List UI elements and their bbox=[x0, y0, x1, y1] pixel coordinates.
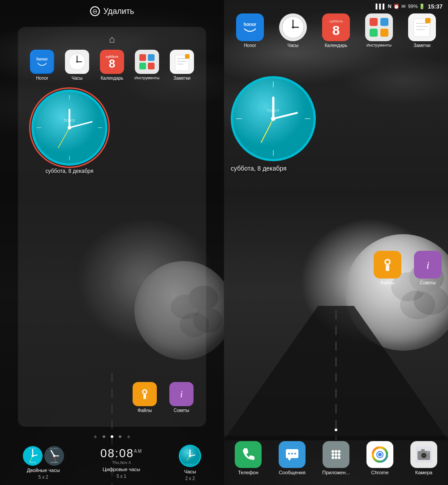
svg-rect-14 bbox=[148, 54, 155, 61]
dot-active[interactable] bbox=[111, 435, 113, 438]
svg-point-69 bbox=[292, 26, 294, 29]
dual-clock-face2: London Thu,Nov 3 bbox=[44, 446, 64, 466]
camera-icon[interactable] bbox=[410, 441, 437, 468]
calendar-icon-right[interactable]: суббота 8 bbox=[322, 13, 350, 41]
apps-icon[interactable] bbox=[323, 441, 349, 468]
tools-label-right: Инструменты bbox=[366, 43, 392, 48]
honor-label-right: Honor bbox=[244, 43, 256, 48]
nav-messages[interactable]: Сообщения bbox=[274, 441, 310, 475]
calendar-icon[interactable]: суббота 8 bbox=[100, 50, 124, 74]
dot-3[interactable] bbox=[119, 435, 121, 438]
nav-phone[interactable]: Телефон bbox=[230, 441, 266, 475]
honor-icon-right[interactable]: honor bbox=[236, 13, 264, 41]
home-symbol-icon: ⌂ bbox=[109, 34, 115, 45]
calendar-label: Календарь bbox=[101, 76, 123, 81]
clock-icon-right[interactable] bbox=[279, 13, 307, 41]
notes-icon-right[interactable] bbox=[408, 13, 436, 41]
nav-apps-drawer[interactable]: Приложен... bbox=[318, 441, 354, 475]
svg-text:honor: honor bbox=[36, 57, 48, 61]
alarm-icon: ⏰ bbox=[393, 4, 400, 9]
svg-point-59 bbox=[189, 455, 191, 457]
svg-point-35 bbox=[143, 391, 146, 393]
app-item-tools[interactable]: Инструменты bbox=[131, 50, 163, 81]
chrome-icon[interactable] bbox=[366, 441, 393, 468]
nav-chrome[interactable]: Chrome bbox=[362, 441, 398, 475]
apps-row-right: honor Honor Часы bbox=[224, 13, 448, 48]
app-item-notes[interactable]: Заметки bbox=[166, 50, 198, 81]
honor-icon[interactable]: honor bbox=[30, 50, 54, 74]
notes-icon[interactable] bbox=[170, 50, 194, 74]
battery-icon-symbol: 🔋 bbox=[419, 4, 425, 9]
widget-clock-ring: honor bbox=[31, 90, 108, 166]
app-item-clock[interactable]: Часы bbox=[61, 50, 93, 81]
svg-point-104 bbox=[332, 450, 334, 453]
right-panel: ▌▌▌ N ⏰ ✉ 99% 🔋 15:37 honor Honor bbox=[224, 0, 448, 485]
svg-text:London: London bbox=[50, 461, 58, 464]
app-item-tools-right[interactable]: Инструменты bbox=[363, 13, 395, 48]
svg-text:Thu,Nov 3: Thu,Nov 3 bbox=[28, 447, 37, 450]
widget-clock-container[interactable]: honor суббота, 8 bbox=[31, 90, 108, 174]
phone-label: Телефон bbox=[238, 470, 258, 475]
dual-clock-widget[interactable]: Beijing Thu,Nov 3 London Thu,Nov 3 Двойн… bbox=[23, 446, 64, 480]
digital-clock-widget[interactable]: 08:08AM Thu,Nov 3 Цифровые часы 5 х 1 bbox=[100, 446, 142, 479]
svg-rect-2 bbox=[31, 51, 53, 73]
digital-time: 08:08AM bbox=[100, 446, 142, 460]
notes-label-right: Заметки bbox=[414, 43, 431, 48]
svg-rect-13 bbox=[139, 54, 146, 61]
apps-label: Приложен... bbox=[322, 470, 349, 475]
messages-icon[interactable] bbox=[279, 441, 306, 468]
svg-text:i: i bbox=[180, 389, 183, 399]
app-item-notes-right[interactable]: Заметки bbox=[406, 13, 438, 48]
phone-icon[interactable] bbox=[235, 441, 262, 468]
delete-button[interactable]: ⊖ Удалить bbox=[90, 6, 134, 16]
home-screen-card[interactable]: ⌂ honor Honor bbox=[18, 27, 206, 427]
tips-app-item[interactable]: i Советы bbox=[166, 382, 197, 413]
add-page-left[interactable]: + bbox=[94, 433, 97, 440]
tips-icon[interactable]: i bbox=[169, 382, 194, 406]
digital-clock-label: Цифровые часы bbox=[103, 467, 140, 472]
clock-icon[interactable] bbox=[65, 50, 89, 74]
dot-1[interactable] bbox=[103, 435, 105, 438]
signal-icon: ▌▌▌ bbox=[375, 4, 386, 9]
svg-point-106 bbox=[338, 450, 340, 453]
add-page-right[interactable]: + bbox=[127, 433, 130, 440]
wifi-n-icon: N bbox=[388, 4, 392, 9]
extra-apps-right: Файлы i Советы bbox=[372, 251, 444, 286]
app-item-calendar[interactable]: суббота 8 Календарь bbox=[96, 50, 128, 81]
clock-label: Часы bbox=[72, 76, 82, 81]
svg-rect-12 bbox=[136, 51, 158, 73]
svg-text:Thu,Nov 3: Thu,Nov 3 bbox=[50, 447, 58, 450]
files-icon-right[interactable] bbox=[374, 251, 401, 279]
tools-icon[interactable] bbox=[135, 50, 159, 74]
tips-right[interactable]: i Советы bbox=[412, 251, 444, 286]
messages-label: Сообщения bbox=[279, 470, 306, 475]
analog-clock-widget[interactable]: honor Thu,Nov 3 Часы 2 х 2 bbox=[179, 445, 201, 481]
app-item-honor[interactable]: honor Honor bbox=[26, 50, 58, 81]
svg-rect-16 bbox=[148, 63, 155, 69]
status-bar-right: ▌▌▌ N ⏰ ✉ 99% 🔋 15:37 bbox=[224, 0, 448, 13]
svg-point-124 bbox=[427, 451, 429, 453]
files-icon[interactable] bbox=[133, 382, 157, 406]
svg-point-111 bbox=[335, 456, 337, 459]
bottom-nav-right: Телефон Сообщения bbox=[224, 436, 448, 485]
clock-label-right: Часы bbox=[288, 43, 298, 48]
svg-point-110 bbox=[332, 456, 334, 459]
nav-camera[interactable]: Камера bbox=[406, 441, 442, 475]
am-label: AM bbox=[134, 449, 142, 454]
files-right[interactable]: Файлы bbox=[372, 251, 403, 286]
files-app-item[interactable]: Файлы bbox=[129, 382, 160, 413]
status-time: 15:37 bbox=[428, 3, 443, 10]
app-item-honor-right[interactable]: honor Honor bbox=[234, 13, 266, 48]
svg-rect-36 bbox=[143, 395, 146, 399]
svg-text:8: 8 bbox=[332, 23, 340, 38]
svg-point-101 bbox=[288, 453, 290, 455]
svg-point-94 bbox=[271, 116, 276, 121]
tools-icon-right[interactable] bbox=[365, 13, 393, 41]
analog-clock-sub: 2 х 2 bbox=[185, 476, 195, 481]
dual-clock-sub: 5 х 2 bbox=[39, 475, 48, 480]
status-icons: ▌▌▌ N ⏰ ✉ bbox=[375, 4, 405, 9]
tips-icon-right[interactable]: i bbox=[414, 251, 442, 279]
app-item-calendar-right[interactable]: суббота 8 Календарь bbox=[320, 13, 352, 48]
svg-point-103 bbox=[294, 453, 296, 455]
app-item-clock-right[interactable]: Часы bbox=[277, 13, 309, 48]
